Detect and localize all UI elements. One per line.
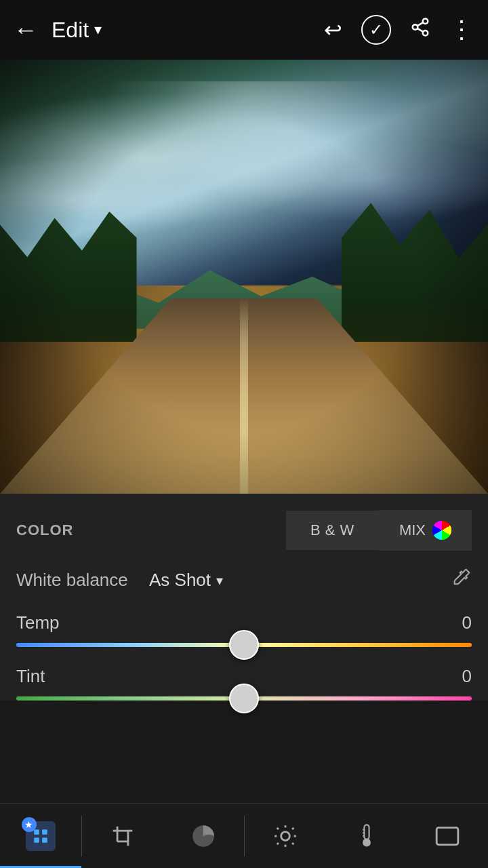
undo-button[interactable]: ↩	[324, 17, 342, 43]
white-balance-selector[interactable]: As Shot ▾	[149, 570, 223, 591]
toolbar-item-color[interactable]	[326, 804, 407, 868]
header-actions: ↩ ✓ ⋮	[324, 15, 474, 45]
photo-vignette	[0, 60, 488, 494]
svg-rect-5	[34, 829, 39, 835]
tint-slider-track[interactable]	[16, 696, 472, 701]
controls-panel: COLOR B & W MIX White balance As Shot ▾ …	[0, 494, 488, 701]
svg-point-24	[363, 838, 371, 846]
title-dropdown-arrow[interactable]: ▾	[94, 21, 102, 39]
edit-title: Edit	[52, 18, 89, 43]
effects-icon	[434, 823, 460, 849]
tint-slider-thumb[interactable]	[229, 684, 259, 713]
app-header: ← Edit ▾ ↩ ✓ ⋮	[0, 0, 488, 60]
presets-icon: ★	[26, 821, 56, 851]
svg-line-4	[418, 22, 424, 26]
white-balance-row: White balance As Shot ▾	[16, 567, 472, 593]
tint-label: Tint	[16, 666, 45, 687]
header-title-group: Edit ▾	[52, 18, 313, 43]
more-button[interactable]: ⋮	[449, 16, 474, 44]
temp-value: 0	[462, 612, 472, 633]
toolbar-item-detail[interactable]	[163, 804, 244, 868]
svg-point-2	[423, 31, 428, 36]
temp-slider-thumb[interactable]	[229, 630, 259, 660]
temp-slider-section: Temp 0	[16, 612, 472, 647]
svg-point-0	[423, 19, 428, 24]
mix-label: MIX	[399, 521, 426, 539]
svg-line-17	[277, 827, 279, 829]
svg-line-22	[292, 827, 293, 829]
white-balance-value: As Shot	[149, 570, 211, 591]
svg-point-1	[413, 24, 418, 30]
share-button[interactable]	[410, 17, 430, 43]
thermometer-icon	[354, 823, 379, 849]
svg-rect-7	[34, 837, 39, 843]
svg-point-14	[281, 831, 290, 840]
toolbar-item-crop[interactable]	[82, 804, 163, 868]
light-icon	[272, 823, 298, 849]
toolbar-item-effects[interactable]	[407, 804, 488, 868]
color-section-label: COLOR	[16, 521, 286, 539]
mix-tab-button[interactable]: MIX	[379, 510, 472, 551]
toolbar-item-presets[interactable]: ★	[0, 804, 81, 868]
tint-slider-section: Tint 0	[16, 666, 472, 701]
bottom-toolbar: ★	[0, 803, 488, 868]
mix-color-circle	[432, 521, 451, 540]
svg-line-18	[292, 843, 293, 844]
white-balance-label: White balance	[16, 570, 138, 591]
svg-rect-23	[364, 825, 369, 839]
svg-rect-6	[42, 829, 47, 835]
photo-preview	[0, 60, 488, 494]
temp-slider-track[interactable]	[16, 643, 472, 647]
check-icon: ✓	[369, 20, 383, 39]
tint-value: 0	[462, 666, 472, 687]
confirm-button[interactable]: ✓	[361, 15, 391, 45]
svg-rect-8	[42, 837, 47, 843]
svg-line-3	[418, 28, 424, 32]
detail-icon	[190, 823, 216, 849]
color-tabs: COLOR B & W MIX	[16, 510, 472, 551]
white-balance-arrow: ▾	[216, 572, 223, 589]
eyedropper-button[interactable]	[450, 567, 472, 593]
svg-rect-28	[436, 827, 458, 844]
bw-tab-button[interactable]: B & W	[286, 511, 379, 550]
back-button[interactable]: ←	[14, 16, 38, 44]
toolbar-item-light[interactable]	[245, 804, 326, 868]
crop-icon	[110, 823, 136, 849]
star-badge: ★	[22, 817, 37, 832]
temp-label: Temp	[16, 612, 60, 633]
svg-line-21	[277, 843, 279, 844]
